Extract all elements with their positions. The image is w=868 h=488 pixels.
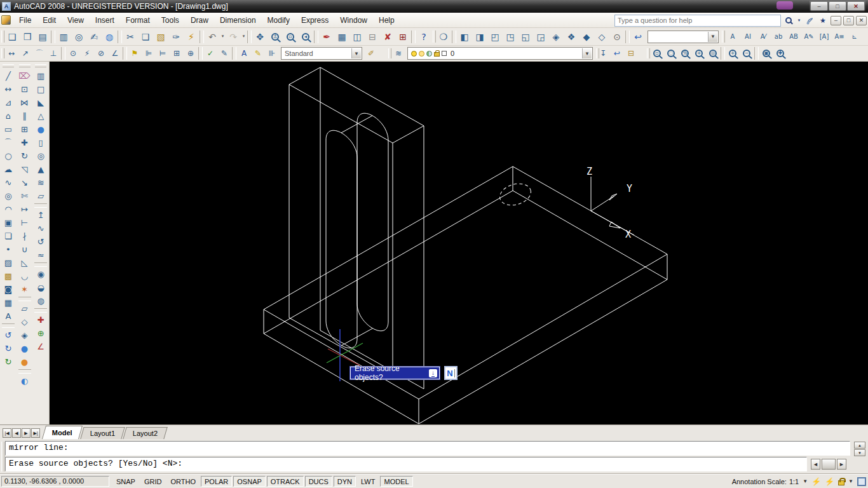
tab-next-button[interactable]: ▶ xyxy=(22,428,31,438)
polygon-icon[interactable]: ⌂ xyxy=(1,109,16,123)
break-icon[interactable]: ∤ xyxy=(17,229,32,243)
layer-previous-icon[interactable]: ↩ xyxy=(610,47,624,60)
constrained-orbit-icon[interactable]: ↺ xyxy=(1,329,16,342)
command-input-line[interactable]: Erase source objects? [Yes/No] <N>: xyxy=(5,457,807,471)
tab-layout1[interactable]: Layout1 xyxy=(80,427,125,439)
union-icon[interactable]: ◉ xyxy=(33,268,48,281)
scroll-down-icon[interactable]: ▼ xyxy=(854,449,865,456)
dimension-style-icon[interactable]: ✐ xyxy=(364,47,378,60)
sphere-icon[interactable]: ● xyxy=(33,123,48,136)
redo-icon[interactable]: ↷ xyxy=(226,29,241,44)
combo-dropdown-icon[interactable]: ▼ xyxy=(708,32,717,42)
doc-close-button[interactable]: ✕ xyxy=(856,16,867,25)
rectangle-icon[interactable]: ▭ xyxy=(1,123,16,136)
sheet-set-manager-icon[interactable]: ⊟ xyxy=(365,29,380,44)
region-icon[interactable]: ◙ xyxy=(1,283,16,296)
spell-check-icon[interactable]: AB xyxy=(786,29,801,44)
toggle-ortho[interactable]: ORTHO xyxy=(166,476,200,487)
text-style-icon[interactable]: A✎ xyxy=(801,29,817,44)
coordinate-display[interactable]: 0.1130, -96.6306 , 0.0000 xyxy=(1,476,109,487)
stretch-icon[interactable]: ↘ xyxy=(17,176,32,189)
named-views-icon[interactable]: ❍ xyxy=(436,29,451,44)
zoom-realtime-icon[interactable]: ± xyxy=(268,29,283,44)
polyline-icon[interactable]: ⊿ xyxy=(1,96,16,109)
make-block-icon[interactable]: ❏ xyxy=(1,229,16,243)
multiline-text-icon[interactable]: A xyxy=(1,309,16,323)
wedge-icon[interactable]: ◣ xyxy=(33,96,48,109)
zoom-previous-icon[interactable]: ◂ xyxy=(298,29,313,44)
view-bottom-icon[interactable]: ◨ xyxy=(472,29,487,44)
zoom-all-icon[interactable]: ▣ xyxy=(759,47,773,60)
manage-visual-styles-icon[interactable]: ◐ xyxy=(17,374,32,388)
revolve-icon[interactable]: ↺ xyxy=(33,235,48,248)
menu-insert[interactable]: Insert xyxy=(90,13,120,27)
tab-layout2[interactable]: Layout2 xyxy=(123,427,168,439)
menu-dimension[interactable]: Dimension xyxy=(214,13,262,27)
combo-dropdown-icon[interactable]: ▼ xyxy=(582,48,592,58)
toggle-otrack[interactable]: OTRACK xyxy=(267,476,304,487)
view-back-icon[interactable]: ◲ xyxy=(533,29,548,44)
rotate-icon[interactable]: ↻ xyxy=(17,149,32,163)
scroll-left-icon[interactable]: ◀ xyxy=(811,459,820,470)
undo-dropdown-icon[interactable]: ▾ xyxy=(220,29,226,44)
layer-viewport-icon[interactable] xyxy=(426,51,432,57)
zoom-window-icon[interactable]: ▫ xyxy=(283,29,298,44)
trim-icon[interactable]: ✄ xyxy=(17,189,32,203)
previous-view-icon[interactable]: ↩ xyxy=(630,29,646,44)
3d-rotate-icon[interactable]: ⊕ xyxy=(33,327,48,340)
free-orbit-icon[interactable]: ↻ xyxy=(1,342,16,355)
subtract-icon[interactable]: ◒ xyxy=(33,281,48,294)
edit-text-icon[interactable]: A⁄ xyxy=(756,29,771,44)
save-icon[interactable]: ▤ xyxy=(35,29,50,44)
join-icon[interactable]: ∪ xyxy=(17,243,32,256)
help-icon[interactable]: ? xyxy=(416,29,431,44)
tab-first-button[interactable]: |◀ xyxy=(3,428,11,438)
visual-style-3d-hidden-icon[interactable]: ◈ xyxy=(17,329,32,342)
plot-icon[interactable]: ▥ xyxy=(56,29,71,44)
markup-set-manager-icon[interactable]: ✘ xyxy=(380,29,395,44)
scrollbar-thumb[interactable] xyxy=(822,459,836,470)
pan-icon[interactable]: ✥ xyxy=(252,29,268,44)
layer-states-manager-icon[interactable]: ⊟ xyxy=(624,47,638,60)
toggle-dyn[interactable]: DYN xyxy=(334,476,356,487)
layer-color-swatch[interactable] xyxy=(442,51,447,56)
annotation-scale-dropdown-icon[interactable]: ▼ xyxy=(803,478,808,484)
menu-file[interactable]: File xyxy=(13,13,37,27)
spline-icon[interactable]: ∿ xyxy=(1,176,16,189)
visual-style-3d-wireframe-icon[interactable]: ◇ xyxy=(17,315,32,329)
view-left-icon[interactable]: ◰ xyxy=(487,29,503,44)
view-right-icon[interactable]: ◳ xyxy=(503,29,518,44)
scale-text-icon[interactable]: [A] xyxy=(817,29,832,44)
move-icon[interactable]: ✚ xyxy=(17,136,32,149)
convert-distance-icon[interactable]: ⊾ xyxy=(847,29,862,44)
menu-help[interactable]: Help xyxy=(373,13,400,27)
scroll-right-icon[interactable]: ▶ xyxy=(837,459,846,470)
dim-diameter-icon[interactable]: ⊘ xyxy=(94,47,108,60)
chamfer-icon[interactable]: ◺ xyxy=(17,256,32,269)
menu-window[interactable]: Window xyxy=(334,13,373,27)
zoom-object-icon[interactable]: ◎ xyxy=(706,47,720,60)
combo-dropdown-icon[interactable]: ▼ xyxy=(351,48,361,58)
cut-icon[interactable]: ✂ xyxy=(123,29,138,44)
annotation-autoscale-icon[interactable]: ⚡ xyxy=(825,477,834,486)
search-icon[interactable] xyxy=(783,15,794,26)
point-icon[interactable]: • xyxy=(1,243,16,256)
3d-dwf-icon[interactable]: ◍ xyxy=(102,29,117,44)
dim-aligned-icon[interactable]: ↗ xyxy=(18,47,32,60)
extend-icon[interactable]: ↦ xyxy=(17,203,32,216)
dim-baseline-icon[interactable]: ⊫ xyxy=(142,47,156,60)
doc-minimize-button[interactable]: – xyxy=(831,16,841,25)
planar-surface-icon[interactable]: ▱ xyxy=(33,189,48,203)
copy-icon[interactable]: ⊡ xyxy=(17,83,32,96)
tab-prev-button[interactable]: ◀ xyxy=(12,428,21,438)
view-sw-isometric-icon[interactable]: ◈ xyxy=(548,29,564,44)
annotation-scale-value[interactable]: 1:1 xyxy=(789,478,799,485)
layer-combo[interactable]: 0 ▼ xyxy=(407,47,593,60)
dim-arc-length-icon[interactable]: ⌒ xyxy=(32,47,46,60)
layer-freeze-icon[interactable] xyxy=(419,51,424,57)
menu-view[interactable]: View xyxy=(62,13,90,27)
dim-tolerance-icon[interactable]: ⊞ xyxy=(170,47,184,60)
zoom-dynamic-icon[interactable]: ◌ xyxy=(664,47,678,60)
tab-model[interactable]: Model xyxy=(42,426,83,439)
find-text-icon[interactable]: ab xyxy=(771,29,786,44)
